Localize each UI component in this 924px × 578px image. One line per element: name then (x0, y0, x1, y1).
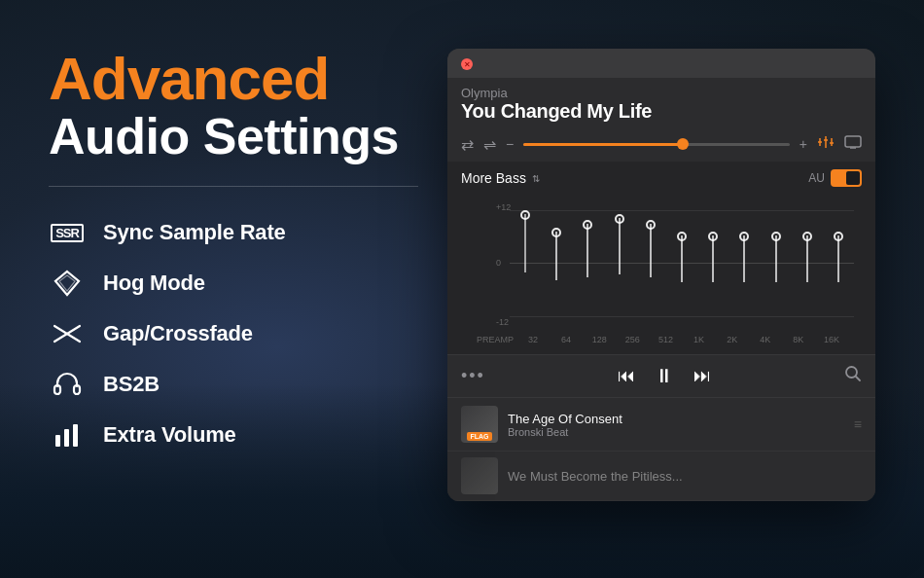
pause-button[interactable]: ⏸ (655, 365, 674, 387)
song-menu-icon-0[interactable]: ≡ (854, 416, 862, 432)
svg-rect-7 (64, 429, 69, 447)
eq-preset-selector[interactable]: More Bass ⇅ (461, 170, 540, 186)
svg-point-17 (846, 367, 857, 378)
menu-item-bs2b[interactable]: BS2B (49, 366, 418, 403)
freq-label-4k: 4K (749, 335, 782, 344)
song-list-item-0[interactable]: FLAG The Age Of Consent Bronski Beat ≡ (447, 398, 875, 452)
menu-item-sync-sample-rate[interactable]: SSR Sync Sample Rate (49, 214, 418, 251)
song-artist-0: Bronski Beat (508, 426, 844, 438)
freq-label-256: 256 (616, 335, 649, 344)
volume-plus-icon[interactable]: + (800, 136, 807, 152)
eq-preset-arrow-icon: ⇅ (532, 173, 540, 184)
song-text-0: The Age Of Consent Bronski Beat (508, 412, 844, 438)
eq-bar-2k[interactable] (729, 195, 760, 331)
search-button[interactable] (844, 365, 862, 387)
menu-item-hog-mode[interactable]: Hog Mode (49, 265, 418, 302)
eq-badge: AU (808, 169, 862, 187)
controls-bar: ⇄ ⇌ − + (447, 128, 875, 162)
song-name-1: We Must Become the Pitiless... (508, 469, 862, 484)
freq-label-16k: 16K (815, 335, 848, 344)
crossfade-icon (49, 315, 86, 352)
menu-label-bs2b: BS2B (103, 372, 160, 397)
bars-icon (49, 416, 86, 453)
player-window: ✕ Olympia You Changed My Life ⇄ ⇌ − + (447, 49, 875, 501)
song-info: Olympia You Changed My Life (447, 78, 875, 128)
prev-button[interactable]: ⏮ (618, 366, 635, 386)
menu-item-gap-crossfade[interactable]: Gap/Crossfade (49, 315, 418, 352)
svg-rect-6 (55, 435, 60, 447)
diamond-icon (49, 265, 86, 302)
svg-rect-15 (845, 136, 861, 147)
song-text-1: We Must Become the Pitiless... (508, 469, 862, 484)
close-button[interactable]: ✕ (461, 58, 473, 70)
freq-label-64: 64 (550, 335, 583, 344)
flag-badge: FLAG (467, 432, 491, 441)
eq-bar-8k[interactable] (792, 195, 823, 331)
divider (49, 186, 418, 187)
menu-label-hog-mode: Hog Mode (103, 271, 205, 296)
song-list-item-1[interactable]: We Must Become the Pitiless... (447, 452, 875, 501)
volume-slider[interactable] (523, 143, 790, 146)
title-advanced: Advanced (49, 49, 418, 109)
song-title: You Changed My Life (461, 100, 862, 123)
au-thumb (846, 171, 860, 185)
repeat-icon[interactable]: ⇄ (461, 135, 474, 154)
eq-toggle-icon[interactable] (817, 134, 835, 154)
eq-header: More Bass ⇅ AU (461, 169, 862, 187)
freq-label-2k: 2K (716, 335, 749, 344)
more-options-button[interactable]: ••• (461, 366, 485, 386)
window-titlebar: ✕ (447, 49, 875, 78)
freq-label-512: 512 (649, 335, 682, 344)
eq-bar-preamp[interactable] (510, 195, 541, 331)
eq-bar-4k[interactable] (761, 195, 792, 331)
eq-bar-256[interactable] (635, 195, 666, 331)
menu-list: SSR Sync Sample Rate Hog Mode (49, 214, 418, 453)
ssr-icon: SSR (49, 214, 86, 251)
eq-section: More Bass ⇅ AU +12 0 -12 (447, 162, 875, 354)
au-toggle[interactable] (831, 169, 862, 187)
volume-minus-icon[interactable]: − (506, 136, 514, 152)
eq-chart: +12 0 -12 (461, 195, 862, 331)
menu-label-gap-crossfade: Gap/Crossfade (103, 321, 253, 346)
eq-grid-label-top: +12 (496, 202, 511, 212)
eq-bar-512[interactable] (666, 195, 697, 331)
menu-label-sync-sample-rate: Sync Sample Rate (103, 220, 286, 245)
song-list: FLAG The Age Of Consent Bronski Beat ≡ W… (447, 397, 875, 501)
playback-controls: ⏮ ⏸ ⏭ (618, 365, 711, 387)
eq-freq-labels: PREAMP 32 64 128 256 512 1K 2K 4K 8K 16K (461, 331, 862, 344)
eq-grid-label-mid: 0 (496, 258, 501, 268)
next-button[interactable]: ⏭ (693, 366, 711, 386)
eq-bar-32[interactable] (541, 195, 572, 331)
song-thumbnail-0: FLAG (461, 406, 498, 443)
shuffle-icon[interactable]: ⇌ (483, 135, 496, 154)
eq-bar-64[interactable] (572, 195, 603, 331)
eq-bar-1k[interactable] (697, 195, 729, 331)
freq-label-128: 128 (583, 335, 616, 344)
eq-preset-label: More Bass (461, 170, 526, 186)
au-label: AU (808, 171, 825, 185)
title-audio: Audio Settings (49, 109, 418, 164)
menu-label-extra-volume: Extra Volume (103, 422, 236, 448)
freq-label-1k: 1K (682, 335, 715, 344)
freq-label-32: 32 (516, 335, 550, 344)
eq-bars-container (510, 195, 854, 331)
eq-bar-16k[interactable] (823, 195, 854, 331)
song-thumbnail-1 (461, 457, 498, 494)
headphone-icon (49, 366, 86, 403)
display-icon[interactable] (844, 135, 862, 153)
svg-rect-8 (73, 424, 78, 447)
freq-label-preamp: PREAMP (475, 335, 516, 344)
left-panel: Advanced Audio Settings SSR Sync Sample … (49, 39, 418, 549)
svg-line-18 (856, 377, 860, 380)
song-name-0: The Age Of Consent (508, 412, 844, 426)
eq-grid-label-bot: -12 (496, 317, 509, 327)
menu-item-extra-volume[interactable]: Extra Volume (49, 416, 418, 453)
freq-label-8k: 8K (782, 335, 815, 344)
playback-bar: ••• ⏮ ⏸ ⏭ (447, 354, 875, 397)
eq-bar-128[interactable] (604, 195, 635, 331)
artist-name: Olympia (461, 86, 862, 100)
